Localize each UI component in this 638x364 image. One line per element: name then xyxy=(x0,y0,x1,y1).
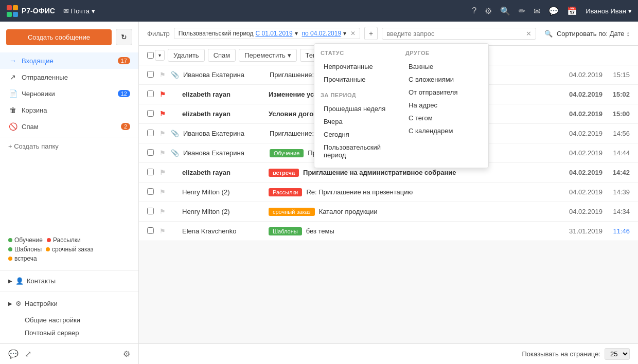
spam-button[interactable]: Спам xyxy=(208,49,236,62)
filter-label: Фильтр xyxy=(147,30,170,38)
row-checkbox xyxy=(147,188,155,196)
delete-button[interactable]: Удалить xyxy=(168,49,205,62)
settings-general[interactable]: Общие настройки xyxy=(16,314,138,326)
dropdown-other-title: ДРУГОЕ xyxy=(405,50,482,56)
chip-date-arrow: ▾ xyxy=(343,30,346,37)
navbar: Р7-ОФИС ✉ Почта ▾ ? ⚙ 🔍 ✏ ✉ 💬 📅 Иванов И… xyxy=(0,0,638,22)
flag-icon: ⚑ xyxy=(160,110,167,118)
row-checkbox xyxy=(147,90,155,99)
label-srochny[interactable]: срочный заказ xyxy=(46,246,93,253)
row-checkbox xyxy=(147,169,155,177)
select-dropdown-arrow[interactable]: ▾ xyxy=(155,50,165,61)
mail-icon2[interactable]: ✉ xyxy=(534,6,540,16)
sidebar-item-inbox[interactable]: → Входящие 17 xyxy=(0,52,138,69)
app-logo[interactable]: Р7-ОФИС xyxy=(6,5,55,17)
sidebar-item-trash[interactable]: 🗑 Корзина xyxy=(0,102,138,118)
label-text: срочный заказ xyxy=(52,246,93,253)
user-menu[interactable]: Иванов Иван ▾ xyxy=(586,7,632,15)
dropdown-to-address[interactable]: На адрес xyxy=(405,99,482,112)
dropdown-calendar[interactable]: С календарем xyxy=(405,124,482,137)
label-vstrecha[interactable]: встреча xyxy=(8,255,37,262)
search-clear-btn[interactable]: ✕ xyxy=(526,30,531,38)
app-name: Р7-ОФИС xyxy=(22,7,55,15)
row-checkbox xyxy=(147,71,155,79)
sort-label: Сортировать по: Дате ↕ xyxy=(557,30,630,38)
user-dropdown-arrow: ▾ xyxy=(628,7,632,15)
dropdown-custom[interactable]: Пользовательский период xyxy=(321,141,397,161)
chip-remove-btn[interactable]: ✕ xyxy=(350,30,356,37)
dropdown-last-week[interactable]: Прошедшая неделя xyxy=(321,102,397,115)
sender-name: elizabeth rayan xyxy=(182,90,264,98)
pagination-bar: Показывать на странице: 25 xyxy=(139,343,638,364)
chat-icon[interactable]: 💬 xyxy=(548,6,559,16)
sidebar-item-spam[interactable]: 🚫 Спам 2 xyxy=(0,118,138,135)
pagination-select[interactable]: 25 xyxy=(605,348,630,360)
chip-date-from[interactable]: С 01.01.2019 xyxy=(256,30,293,37)
select-all-group: ▾ xyxy=(147,50,165,61)
dropdown-status-title: СТАТУС xyxy=(321,50,397,56)
search-input[interactable] xyxy=(386,30,526,38)
gear-icon[interactable]: ⚙ xyxy=(485,6,492,16)
dropdown-from-sender[interactable]: От отправителя xyxy=(405,86,482,99)
email-row[interactable]: ⚑ Elena Kravchenko Шаблоны без темы 31.0… xyxy=(139,222,638,241)
dropdown-with-tag[interactable]: С тегом xyxy=(405,112,482,124)
expand-icon[interactable]: ⤢ xyxy=(25,349,31,359)
filter-add-btn[interactable]: + xyxy=(364,27,378,40)
settings-header[interactable]: ▶ ⚙ Настройки xyxy=(0,296,138,312)
dropdown-today[interactable]: Сегодня xyxy=(321,128,397,141)
email-row[interactable]: ⚑ Henry Milton (2) срочный заказ Каталог… xyxy=(139,202,638,222)
attach-icon: 📎 xyxy=(171,71,179,79)
select-all-checkbox[interactable] xyxy=(147,52,154,59)
filter-chip[interactable]: Пользовательский период С 01.01.2019 ▾ п… xyxy=(174,28,360,39)
email-row[interactable]: ⚑ Henry Milton (2) Рассылки Re: Приглаше… xyxy=(139,183,638,202)
dropdown-unread[interactable]: Непрочитанные xyxy=(321,60,397,73)
sidebar-item-contacts[interactable]: ▶ 👤 Контакты xyxy=(0,273,138,289)
dropdown-attachments[interactable]: С вложениями xyxy=(405,73,482,86)
compose-button[interactable]: Создать сообщение xyxy=(6,29,112,45)
help-icon[interactable]: ? xyxy=(472,6,476,15)
label-obuchenie[interactable]: Обучение xyxy=(8,236,43,244)
email-subject: Re: Приглашение на презентацию xyxy=(306,188,557,196)
trash-label: Корзина xyxy=(22,106,47,114)
email-tag: срочный заказ xyxy=(269,208,315,216)
mail-menu[interactable]: ✉ Почта ▾ xyxy=(63,7,95,15)
dropdown-yesterday[interactable]: Вчера xyxy=(321,115,397,128)
chip-separator: ▾ xyxy=(295,30,298,37)
email-date: 04.02.2019 xyxy=(561,71,602,79)
logo-icon xyxy=(6,5,19,17)
settings-bottom-icon[interactable]: ⚙ xyxy=(123,349,130,359)
dropdown-col-other: ДРУГОЕ Важные С вложениями От отправител… xyxy=(405,50,482,161)
calendar-icon[interactable]: 📅 xyxy=(567,6,577,16)
edit-icon[interactable]: ✏ xyxy=(519,6,525,16)
email-time: 15:00 xyxy=(607,110,630,118)
sidebar-item-drafts[interactable]: 📄 Черновики 12 xyxy=(0,85,138,102)
refresh-button[interactable]: ↻ xyxy=(116,29,132,45)
flag-icon: ⚑ xyxy=(160,188,167,196)
inbox-icon: → xyxy=(8,57,17,65)
create-folder-btn[interactable]: + Создать папку xyxy=(0,139,138,153)
inbox-badge: 17 xyxy=(118,57,130,64)
move-label: Переместить xyxy=(244,51,286,59)
email-date: 31.01.2019 xyxy=(561,227,602,235)
move-arrow: ▾ xyxy=(288,51,291,59)
dropdown-important[interactable]: Важные xyxy=(405,60,482,73)
sidebar-item-sent[interactable]: ↗ Отправленные xyxy=(0,69,138,85)
sender-name: Иванова Екатерина xyxy=(183,71,265,79)
email-date: 04.02.2019 xyxy=(561,90,602,98)
search-icon[interactable]: 🔍 xyxy=(500,6,510,16)
label-shablony[interactable]: Шаблоны xyxy=(8,246,42,253)
settings-mail-server[interactable]: Почтовый сервер xyxy=(16,326,138,339)
dropdown-read[interactable]: Прочитанные xyxy=(321,73,397,86)
label-dot xyxy=(8,257,12,261)
label-rassylki[interactable]: Рассылки xyxy=(47,236,81,244)
chat-bottom-icon[interactable]: 💬 xyxy=(8,349,19,359)
settings-submenu: Общие настройки Почтовый сервер xyxy=(0,312,138,341)
chip-date-to[interactable]: по 04.02.2019 xyxy=(302,30,342,37)
main-content: Фильтр Пользовательский период С 01.01.2… xyxy=(139,22,638,364)
move-button[interactable]: Переместить ▾ xyxy=(239,49,296,62)
sidebar: Создать сообщение ↻ → Входящие 17 ↗ Отпр… xyxy=(0,22,139,364)
email-time: 14:42 xyxy=(607,169,630,176)
search-icon-btn[interactable]: 🔍 xyxy=(544,30,553,38)
label-text: Обучение xyxy=(14,236,43,244)
attach-icon: 📎 xyxy=(171,149,179,157)
